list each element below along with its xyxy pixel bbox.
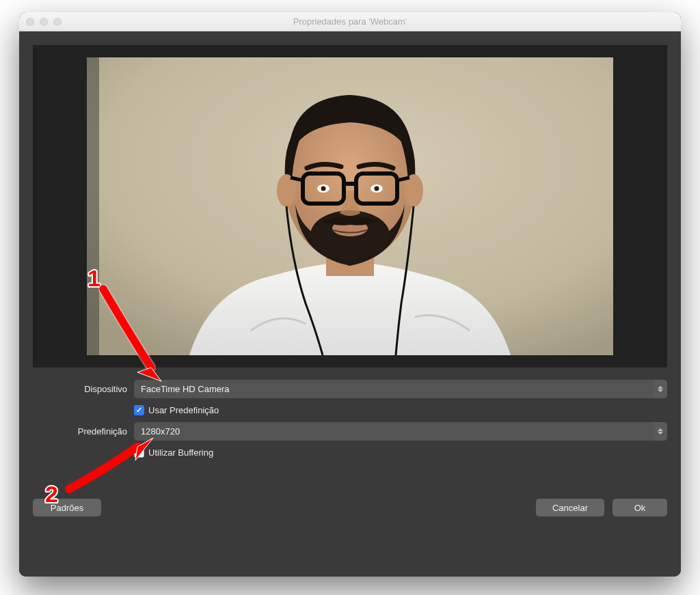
window-title: Propriedades para 'Webcam' [19,16,681,27]
minimize-icon[interactable] [40,18,48,26]
device-label: Dispositivo [33,384,134,394]
use-buffering-label: Utilizar Buffering [148,447,213,458]
chevron-updown-icon [654,380,667,398]
device-select-value: FaceTime HD Camera [141,384,230,394]
device-select[interactable]: FaceTime HD Camera [134,380,667,398]
maximize-icon[interactable] [53,18,62,26]
button-row: Padrões Cancelar Ok [33,499,667,516]
chevron-updown-icon [654,422,667,441]
titlebar: Propriedades para 'Webcam' [19,12,681,31]
properties-dialog: Propriedades para 'Webcam' [19,12,681,577]
cancel-button[interactable]: Cancelar [536,499,604,516]
annotation-2-arrow-icon [59,434,154,499]
svg-point-14 [321,186,326,191]
use-buffering-row: Utilizar Buffering [134,447,667,458]
window-controls [26,18,62,26]
use-preset-label: Usar Predefinição [148,405,219,415]
ok-button[interactable]: Ok [612,499,667,516]
svg-marker-18 [137,368,161,381]
preset-select[interactable]: 1280x720 [134,422,667,441]
svg-point-16 [375,186,379,191]
use-preset-row: ✓ Usar Predefinição [134,405,667,415]
defaults-button[interactable]: Padrões [33,499,101,516]
use-preset-checkbox[interactable]: ✓ [134,405,144,415]
svg-marker-19 [135,438,153,460]
annotation-1-arrow-icon [93,282,168,385]
close-icon[interactable] [26,18,34,26]
